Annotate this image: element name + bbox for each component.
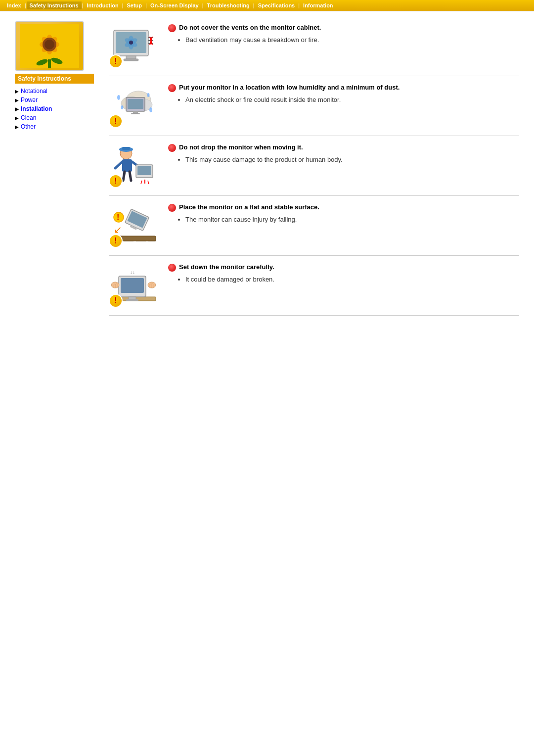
main-container: Safety Instructions ▶ Notational ▶ Power… — [0, 11, 534, 326]
svg-point-33 — [149, 107, 152, 112]
svg-rect-27 — [128, 99, 143, 109]
svg-line-41 — [130, 172, 131, 181]
nav-osd[interactable]: On-Screen Display — [147, 1, 202, 9]
svg-rect-67 — [149, 284, 151, 288]
instruction-bullet-5: It could be damaged or broken. — [168, 276, 519, 283]
arrow-icon-clean: ▶ — [15, 115, 19, 121]
sidebar-link-installation[interactable]: ▶ Installation — [15, 105, 94, 112]
svg-rect-17 — [124, 59, 138, 61]
sidebar-link-notational[interactable]: ▶ Notational — [15, 88, 94, 94]
red-circle-icon-4 — [168, 204, 176, 212]
svg-rect-61 — [129, 297, 136, 299]
instruction-bullet-4: The monitor can cause injury by falling. — [168, 216, 519, 223]
svg-point-32 — [147, 93, 150, 97]
sidebar-monitor-image — [15, 21, 84, 71]
content-area: ! Do not cover the vents on the monitor … — [104, 21, 519, 316]
instruction-text-3: Do not drop the monitor when moving it. … — [168, 143, 519, 163]
svg-point-30 — [117, 95, 120, 100]
nav-info[interactable]: Information — [300, 1, 336, 9]
instruction-image-3: ! — [109, 143, 158, 188]
instruction-item-1: ! Do not cover the vents on the monitor … — [109, 21, 519, 76]
red-circle-icon-2 — [168, 84, 176, 92]
svg-rect-64 — [114, 284, 116, 288]
arrow-icon-installation: ▶ — [15, 106, 19, 112]
instruction-bullet-3: This may cause damage to the product or … — [168, 156, 519, 163]
instruction-image-1: ! — [109, 24, 158, 68]
svg-point-31 — [121, 105, 124, 109]
instruction-heading-1: Do not cover the vents on the monitor ca… — [168, 24, 519, 32]
svg-rect-29 — [131, 113, 140, 114]
svg-rect-62 — [126, 299, 138, 301]
instruction-text-2: Put your monitor in a location with low … — [168, 84, 519, 103]
svg-line-46 — [148, 181, 149, 184]
instruction-text-1: Do not cover the vents on the monitor ca… — [168, 24, 519, 44]
svg-rect-36 — [122, 147, 130, 150]
svg-rect-65 — [116, 284, 118, 288]
instruction-heading-5: Set down the monitor carefully. — [168, 263, 519, 272]
instruction-text-5: Set down the monitor carefully. It could… — [168, 263, 519, 283]
instruction-item-5: ↓↓ ! Set down the monitor carefully. It … — [109, 256, 519, 316]
svg-rect-16 — [126, 56, 136, 59]
red-circle-icon-5 — [168, 264, 176, 272]
nav-troubleshoot[interactable]: Troubleshooting — [204, 1, 253, 9]
instruction-item-3: ! Do not drop the monitor when moving it… — [109, 136, 519, 196]
sidebar-link-power[interactable]: ▶ Power — [15, 96, 94, 103]
instruction-image-5: ↓↓ ! — [109, 263, 158, 308]
nav-index[interactable]: Index — [4, 1, 24, 9]
arrow-icon-power: ▶ — [15, 97, 19, 103]
arrow-icon-notational: ▶ — [15, 89, 19, 94]
instruction-text-4: Place the monitor on a flat and stable s… — [168, 203, 519, 223]
svg-text:!: ! — [117, 213, 119, 221]
instruction-bullet-1: Bad ventilation may cause a breakdown or… — [168, 36, 519, 44]
svg-rect-68 — [151, 284, 153, 288]
red-circle-icon-3 — [168, 144, 176, 152]
nav-intro[interactable]: Introduction — [84, 1, 121, 9]
exclamation-badge-1: ! — [109, 54, 123, 68]
svg-line-40 — [123, 172, 125, 181]
red-circle-icon-1 — [168, 24, 176, 32]
instruction-heading-2: Put your monitor in a location with low … — [168, 84, 519, 92]
svg-text:↓↓: ↓↓ — [130, 270, 135, 275]
svg-rect-7 — [48, 59, 51, 68]
svg-point-15 — [129, 41, 133, 45]
instruction-heading-3: Do not drop the monitor when moving it. — [168, 143, 519, 152]
arrow-icon-other: ▶ — [15, 124, 19, 130]
nav-bar: Index | Safety Instructions | Introducti… — [0, 0, 534, 11]
exclamation-badge-3: ! — [109, 174, 123, 188]
instruction-item-2: ! Put your monitor in a location with lo… — [109, 76, 519, 136]
nav-setup[interactable]: Setup — [124, 1, 145, 9]
svg-rect-60 — [121, 278, 144, 293]
instruction-image-4: ↙ ! ! — [109, 203, 158, 248]
sidebar-link-other[interactable]: ▶ Other — [15, 123, 94, 130]
exclamation-badge-5: ! — [109, 294, 123, 308]
sidebar-section-title: Safety Instructions — [15, 74, 94, 84]
svg-rect-43 — [137, 166, 151, 175]
svg-line-45 — [141, 181, 142, 184]
nav-safety[interactable]: Safety Instructions — [27, 1, 82, 9]
instruction-item-4: ↙ ! ! Place the monitor on a flat and st… — [109, 196, 519, 256]
exclamation-badge-2: ! — [109, 114, 123, 128]
instruction-heading-4: Place the monitor on a flat and stable s… — [168, 203, 519, 212]
instruction-image-2: ! — [109, 84, 158, 128]
svg-line-38 — [115, 162, 122, 168]
sidebar-link-clean[interactable]: ▶ Clean — [15, 114, 94, 121]
svg-text:↙: ↙ — [114, 224, 122, 235]
nav-specs[interactable]: Specifications — [255, 1, 298, 9]
sidebar: Safety Instructions ▶ Notational ▶ Power… — [15, 21, 94, 316]
svg-rect-28 — [133, 111, 138, 113]
instruction-bullet-2: An electric shock or fire could result i… — [168, 96, 519, 103]
svg-rect-37 — [122, 159, 132, 172]
exclamation-badge-4: ! — [109, 234, 123, 248]
svg-point-6 — [44, 40, 54, 49]
